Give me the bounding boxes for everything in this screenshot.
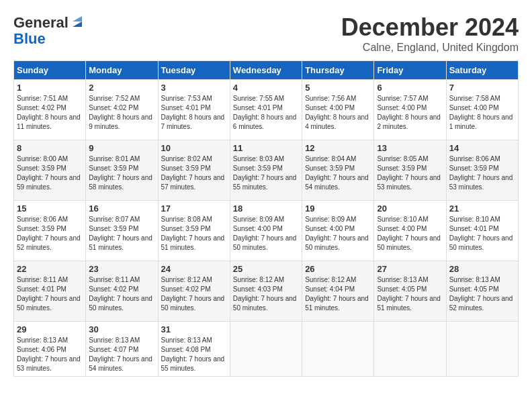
col-header-saturday: Saturday — [446, 61, 518, 80]
cell-text: Daylight: 7 hours and 51 minutes. — [377, 294, 443, 313]
day-number: 4 — [233, 83, 299, 93]
calendar-cell: 15Sunrise: 8:06 AMSunset: 3:59 PMDayligh… — [14, 201, 86, 261]
cell-text: Sunrise: 8:06 AM — [449, 154, 515, 164]
calendar-cell: 18Sunrise: 8:09 AMSunset: 4:00 PMDayligh… — [230, 201, 302, 261]
day-number: 16 — [89, 203, 154, 214]
svg-marker-0 — [73, 21, 82, 27]
cell-text: Daylight: 8 hours and 2 minutes. — [377, 113, 443, 132]
cell-text: Daylight: 7 hours and 51 minutes. — [89, 234, 154, 253]
cell-text: Daylight: 7 hours and 50 minutes. — [377, 234, 443, 253]
day-number: 7 — [449, 83, 515, 93]
cell-text: Sunset: 3:59 PM — [233, 164, 299, 173]
calendar-header-row: SundayMondayTuesdayWednesdayThursdayFrid… — [14, 61, 519, 80]
day-number: 8 — [17, 143, 83, 153]
calendar-cell: 4Sunrise: 7:55 AMSunset: 4:01 PMDaylight… — [230, 80, 302, 140]
cell-text: Sunset: 3:59 PM — [89, 164, 154, 173]
calendar-cell: 11Sunrise: 8:03 AMSunset: 3:59 PMDayligh… — [230, 140, 302, 201]
cell-text: Daylight: 7 hours and 55 minutes. — [161, 355, 227, 373]
day-number: 19 — [305, 203, 371, 214]
cell-text: Sunset: 4:00 PM — [377, 224, 443, 234]
cell-text: Daylight: 8 hours and 4 minutes. — [305, 113, 371, 132]
calendar-cell: 10Sunrise: 8:02 AMSunset: 3:59 PMDayligh… — [158, 140, 230, 201]
cell-text: Daylight: 7 hours and 50 minutes. — [161, 294, 227, 313]
cell-text: Daylight: 7 hours and 55 minutes. — [233, 173, 299, 192]
cell-text: Sunrise: 8:10 AM — [377, 215, 443, 224]
calendar-table: SundayMondayTuesdayWednesdayThursdayFrid… — [13, 60, 519, 377]
cell-text: Daylight: 7 hours and 59 minutes. — [17, 173, 83, 192]
col-header-tuesday: Tuesday — [158, 61, 230, 80]
cell-text: Sunset: 4:00 PM — [449, 103, 515, 113]
day-number: 14 — [449, 143, 515, 153]
logo-arrow-icon — [70, 15, 85, 30]
day-number: 17 — [161, 203, 227, 214]
cell-text: Daylight: 7 hours and 53 minutes. — [449, 173, 515, 192]
calendar-cell — [374, 322, 446, 377]
cell-text: Sunrise: 8:10 AM — [449, 215, 515, 224]
day-number: 6 — [377, 83, 443, 93]
cell-text: Sunrise: 8:07 AM — [89, 215, 154, 224]
cell-text: Daylight: 7 hours and 54 minutes. — [305, 173, 371, 192]
logo-block: General Blue — [13, 13, 85, 47]
cell-text: Daylight: 7 hours and 50 minutes. — [89, 294, 154, 313]
cell-text: Sunset: 4:02 PM — [89, 103, 154, 113]
cell-text: Sunset: 4:08 PM — [161, 345, 227, 355]
calendar-cell — [302, 322, 374, 377]
svg-marker-1 — [73, 16, 82, 21]
day-number: 30 — [89, 324, 154, 334]
calendar-week-row: 8Sunrise: 8:00 AMSunset: 3:59 PMDaylight… — [14, 140, 519, 201]
day-number: 26 — [305, 264, 371, 274]
cell-text: Sunset: 3:59 PM — [305, 164, 371, 173]
day-number: 20 — [377, 203, 443, 214]
day-number: 15 — [17, 203, 83, 214]
cell-text: Daylight: 7 hours and 51 minutes. — [161, 234, 227, 253]
cell-text: Sunrise: 8:11 AM — [17, 275, 83, 285]
cell-text: Daylight: 7 hours and 50 minutes. — [233, 234, 299, 253]
cell-text: Daylight: 7 hours and 58 minutes. — [89, 173, 154, 192]
calendar-cell: 12Sunrise: 8:04 AMSunset: 3:59 PMDayligh… — [302, 140, 374, 201]
cell-text: Sunset: 3:59 PM — [161, 224, 227, 234]
cell-text: Daylight: 8 hours and 6 minutes. — [233, 113, 299, 132]
cell-text: Sunset: 3:59 PM — [449, 164, 515, 173]
cell-text: Sunset: 4:00 PM — [305, 224, 371, 234]
cell-text: Sunset: 4:01 PM — [449, 224, 515, 234]
day-number: 22 — [17, 264, 83, 274]
cell-text: Sunset: 3:59 PM — [17, 164, 83, 173]
cell-text: Sunrise: 7:56 AM — [305, 94, 371, 103]
calendar-week-row: 1Sunrise: 7:51 AMSunset: 4:02 PMDaylight… — [14, 80, 519, 140]
cell-text: Sunrise: 8:09 AM — [233, 215, 299, 224]
cell-text: Sunrise: 8:01 AM — [89, 154, 154, 164]
location: Calne, England, United Kingdom — [341, 42, 519, 54]
cell-text: Sunset: 3:59 PM — [377, 164, 443, 173]
cell-text: Sunset: 4:00 PM — [377, 103, 443, 113]
col-header-monday: Monday — [86, 61, 158, 80]
calendar-cell: 31Sunrise: 8:13 AMSunset: 4:08 PMDayligh… — [158, 322, 230, 377]
calendar-cell: 9Sunrise: 8:01 AMSunset: 3:59 PMDaylight… — [86, 140, 158, 201]
day-number: 12 — [305, 143, 371, 153]
page-header: General Blue December 2024 Calne, Englan… — [13, 13, 519, 54]
calendar-cell: 22Sunrise: 8:11 AMSunset: 4:01 PMDayligh… — [14, 261, 86, 322]
cell-text: Sunrise: 8:04 AM — [305, 154, 371, 164]
calendar-cell: 1Sunrise: 7:51 AMSunset: 4:02 PMDaylight… — [14, 80, 86, 140]
cell-text: Daylight: 7 hours and 54 minutes. — [89, 355, 154, 373]
day-number: 27 — [377, 264, 443, 274]
day-number: 1 — [17, 83, 83, 93]
calendar-cell: 13Sunrise: 8:05 AMSunset: 3:59 PMDayligh… — [374, 140, 446, 201]
cell-text: Daylight: 8 hours and 9 minutes. — [89, 113, 154, 132]
cell-text: Sunset: 4:07 PM — [89, 345, 154, 355]
cell-text: Sunset: 4:06 PM — [17, 345, 83, 355]
cell-text: Daylight: 7 hours and 52 minutes. — [449, 294, 515, 313]
cell-text: Sunset: 4:01 PM — [233, 103, 299, 113]
day-number: 10 — [161, 143, 227, 153]
day-number: 11 — [233, 143, 299, 153]
calendar-cell: 14Sunrise: 8:06 AMSunset: 3:59 PMDayligh… — [446, 140, 518, 201]
cell-text: Daylight: 8 hours and 7 minutes. — [161, 113, 227, 132]
cell-text: Daylight: 7 hours and 52 minutes. — [17, 234, 83, 253]
day-number: 31 — [161, 324, 227, 334]
cell-text: Sunset: 4:05 PM — [449, 285, 515, 294]
cell-text: Sunset: 4:05 PM — [377, 285, 443, 294]
cell-text: Sunrise: 8:05 AM — [377, 154, 443, 164]
cell-text: Sunrise: 8:08 AM — [161, 215, 227, 224]
calendar-cell: 24Sunrise: 8:12 AMSunset: 4:02 PMDayligh… — [158, 261, 230, 322]
cell-text: Sunrise: 8:12 AM — [233, 275, 299, 285]
cell-text: Daylight: 7 hours and 51 minutes. — [305, 294, 371, 313]
